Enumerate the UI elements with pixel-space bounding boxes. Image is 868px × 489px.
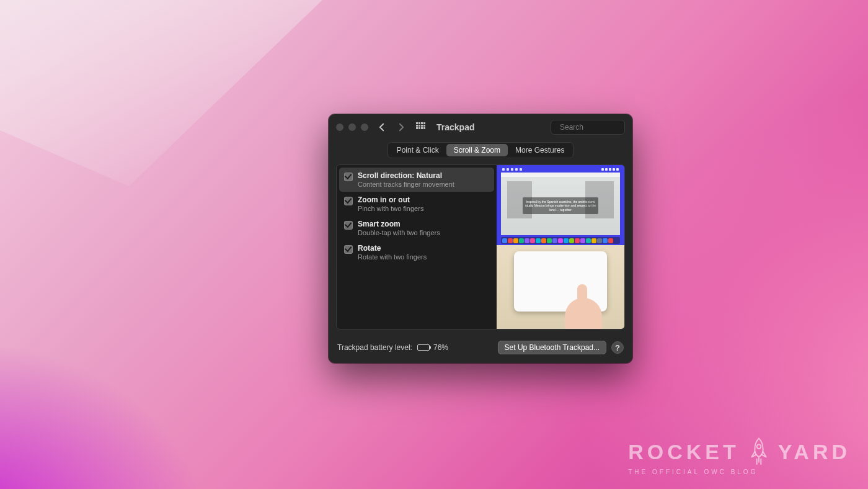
watermark-word-2: YARD [778,440,851,464]
tab-more-gestures[interactable]: More Gestures [508,144,572,156]
option-rotate[interactable]: Rotate Rotate with two fingers [339,240,494,264]
watermark-tagline: THE OFFICIAL OWC BLOG [628,469,851,475]
tab-point-and-click[interactable]: Point & Click [389,144,446,156]
desktop-wallpaper: Trackpad Point & Click Scroll & Zoom Mor… [0,0,868,489]
search-input[interactable] [560,123,632,132]
hand-icon [565,298,602,330]
options-list: Scroll direction: Natural Content tracks… [337,165,497,329]
grid-icon [416,122,426,132]
svg-point-0 [756,444,761,449]
checkbox-rotate[interactable] [344,245,353,254]
option-title: Zoom in or out [358,195,423,204]
checkbox-scroll-direction[interactable] [344,173,353,181]
wallpaper-highlight [0,0,322,186]
rocket-yard-watermark: ROCKET YARD THE OFFICIAL OWC BLOG [628,436,851,475]
footer: Trackpad battery level: 76% Set Up Bluet… [329,337,632,363]
checkbox-zoom[interactable] [344,197,353,205]
segmented-control[interactable]: Point & Click Scroll & Zoom More Gesture… [388,142,574,158]
system-preferences-window: Trackpad Point & Click Scroll & Zoom Mor… [329,114,632,363]
checkbox-smart-zoom[interactable] [344,221,353,230]
search-field[interactable] [551,120,625,135]
preview-browser-window: Inspired by the Spanish coastline, the a… [501,173,620,235]
option-desc: Pinch with two fingers [358,205,423,212]
minimize-icon[interactable] [348,123,356,131]
show-all-button[interactable] [414,120,428,134]
battery-icon [417,344,430,351]
preview-menubar [500,167,621,172]
option-title: Scroll direction: Natural [358,171,454,180]
option-desc: Double-tap with two fingers [358,229,440,236]
option-scroll-direction[interactable]: Scroll direction: Natural Content tracks… [339,168,494,192]
setup-bluetooth-trackpad-button[interactable]: Set Up Bluetooth Trackpad... [498,341,606,354]
battery-percent: 76% [433,343,448,352]
gesture-preview: Inspired by the Spanish coastline, the a… [497,165,624,329]
rocket-icon [748,436,769,467]
content-pane: Scroll direction: Natural Content tracks… [336,164,625,330]
zoom-icon[interactable] [361,123,368,131]
window-title: Trackpad [436,122,474,132]
option-desc: Content tracks finger movement [358,181,454,188]
titlebar: Trackpad [329,114,632,138]
back-button[interactable] [374,120,388,134]
option-title: Rotate [358,244,427,253]
option-smart-zoom[interactable]: Smart zoom Double-tap with two fingers [339,216,494,240]
battery-label: Trackpad battery level: [337,343,412,352]
watermark-word-1: ROCKET [628,440,740,464]
close-icon[interactable] [336,123,343,131]
option-zoom[interactable]: Zoom in or out Pinch with two fingers [339,192,494,216]
preview-dock [501,237,620,244]
help-button[interactable]: ? [611,341,624,354]
traffic-lights[interactable] [336,123,368,131]
preview-trackpad [497,245,624,329]
preview-screen: Inspired by the Spanish coastline, the a… [497,165,624,245]
tab-scroll-and-zoom[interactable]: Scroll & Zoom [446,144,508,156]
option-desc: Rotate with two fingers [358,253,427,261]
forward-button[interactable] [394,120,408,134]
option-title: Smart zoom [358,220,440,228]
tab-bar: Point & Click Scroll & Zoom More Gesture… [329,142,632,158]
